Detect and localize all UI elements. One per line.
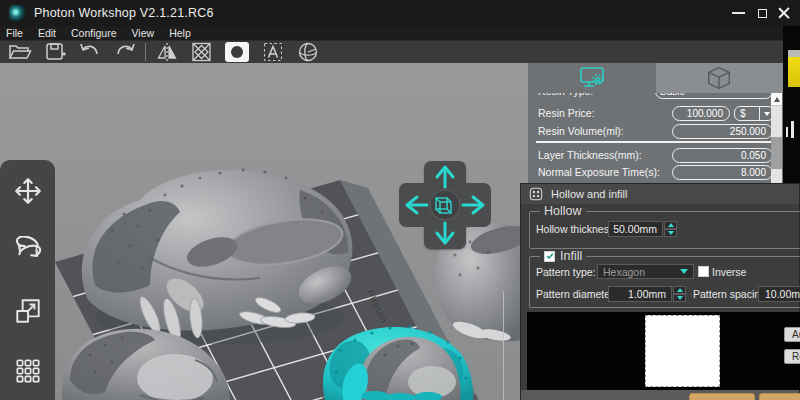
chevron-up-icon bbox=[677, 288, 683, 292]
backdrop-fragment bbox=[788, 50, 800, 57]
hollow-group-legend: Hollow bbox=[540, 204, 586, 218]
scroll-up-icon bbox=[774, 97, 780, 102]
backdrop-mark bbox=[791, 121, 794, 138]
infill-preview-cell bbox=[645, 315, 720, 387]
inverse-checkbox[interactable] bbox=[698, 266, 709, 277]
redo-button[interactable] bbox=[107, 41, 142, 63]
auto-button[interactable]: Auto bbox=[784, 327, 800, 342]
menu-help[interactable]: Help bbox=[169, 27, 191, 39]
dialog-title-bar[interactable]: Hollow and infill bbox=[521, 184, 799, 204]
title-bar: Photon Workshop V2.1.21.RC6 bbox=[0, 0, 800, 26]
dialog-title: Hollow and infill bbox=[551, 188, 627, 200]
scroll-up-button[interactable] bbox=[771, 93, 782, 106]
exposure-time-input[interactable]: 8.000 bbox=[672, 165, 773, 180]
scale-icon bbox=[13, 296, 43, 326]
exposure-time-label: Normal Exposure Time(s): bbox=[538, 166, 660, 178]
menu-edit[interactable]: Edit bbox=[38, 27, 56, 39]
transform-sidebar bbox=[0, 160, 55, 400]
dialog-cancel-button[interactable] bbox=[759, 393, 800, 400]
tab-print-settings[interactable] bbox=[528, 63, 656, 93]
hollow-group: Hollow Hollow thickness: 50.00mm bbox=[529, 211, 800, 249]
pattern-diameter-input[interactable]: 1.00mm bbox=[608, 286, 672, 302]
spinner-down-button[interactable] bbox=[673, 294, 686, 302]
save-button[interactable] bbox=[37, 41, 72, 63]
close-button[interactable] bbox=[772, 0, 796, 26]
app-logo-icon bbox=[9, 5, 25, 21]
hollow-thickness-spinner[interactable] bbox=[664, 221, 677, 237]
open-icon bbox=[8, 41, 32, 63]
dig-hole-icon bbox=[227, 43, 247, 61]
scale-tool-button[interactable] bbox=[11, 294, 45, 328]
settings-row-resin-volume: Resin Volume(ml): 250.000 bbox=[528, 123, 783, 140]
reset-button[interactable]: Res bbox=[784, 349, 800, 364]
dialog-footer bbox=[521, 390, 799, 400]
arrow-up-icon bbox=[437, 167, 453, 187]
main-toolbar bbox=[0, 40, 783, 63]
machine-icon bbox=[704, 65, 734, 91]
dialog-confirm-button[interactable] bbox=[689, 393, 755, 400]
nav-arrows bbox=[399, 161, 491, 249]
dig-hole-button-active[interactable] bbox=[225, 42, 249, 62]
settings-row-resin-price: Resin Price: 100.000 $ bbox=[528, 105, 783, 122]
arrow-down-icon bbox=[437, 223, 453, 243]
minimize-button[interactable] bbox=[726, 0, 750, 26]
hollow-pattern-icon bbox=[190, 41, 214, 63]
view-navigation-control[interactable] bbox=[399, 161, 491, 249]
pattern-diameter-label: Pattern diameter: bbox=[536, 288, 617, 300]
menu-view[interactable]: View bbox=[132, 27, 155, 39]
currency-dropdown[interactable]: $ bbox=[734, 106, 774, 121]
open-button[interactable] bbox=[2, 41, 37, 63]
pattern-diameter-spinner[interactable] bbox=[673, 286, 686, 302]
backdrop-mark bbox=[786, 127, 788, 137]
tab-machine[interactable] bbox=[656, 63, 784, 93]
menu-file[interactable]: File bbox=[6, 27, 23, 39]
spinner-up-button[interactable] bbox=[664, 221, 677, 229]
save-icon bbox=[43, 41, 67, 63]
scrollbar-thumb[interactable] bbox=[771, 137, 782, 169]
chevron-down-icon bbox=[680, 269, 688, 274]
spinner-down-button[interactable] bbox=[664, 229, 677, 237]
pattern-type-label: Pattern type: bbox=[536, 266, 596, 278]
pattern-spacing-input[interactable]: 10.00mm bbox=[758, 286, 800, 302]
dialog-dice-icon bbox=[529, 187, 543, 201]
maximize-button[interactable] bbox=[750, 0, 774, 26]
chevron-up-icon bbox=[668, 223, 674, 227]
rotate-tool-button[interactable] bbox=[11, 234, 45, 268]
panel-divider bbox=[536, 141, 773, 143]
text-tool-button[interactable] bbox=[255, 41, 290, 63]
backdrop-yellow-fragment bbox=[788, 57, 800, 87]
infill-group: Infill Pattern type: Hexagon Inverse Pat… bbox=[529, 256, 800, 308]
infill-group-legend: Infill bbox=[540, 249, 586, 263]
layer-thickness-input[interactable]: 0.050 bbox=[672, 148, 773, 163]
menu-configure[interactable]: Configure bbox=[71, 27, 117, 39]
redo-icon bbox=[113, 41, 137, 63]
resin-price-label: Resin Price: bbox=[538, 107, 595, 119]
array-icon bbox=[13, 356, 43, 386]
inverse-label: Inverse bbox=[712, 266, 746, 278]
slice-button[interactable] bbox=[290, 41, 325, 63]
spinner-up-button[interactable] bbox=[673, 286, 686, 294]
checkmark-icon bbox=[546, 252, 554, 260]
resin-volume-input[interactable]: 250.000 bbox=[672, 124, 773, 139]
hollow-thickness-input[interactable]: 50.00mm bbox=[608, 221, 663, 237]
menu-bar: File Edit Configure View Help bbox=[0, 26, 783, 40]
mirror-button[interactable] bbox=[149, 41, 184, 63]
resin-volume-label: Resin Volume(ml): bbox=[538, 125, 624, 137]
array-tool-button[interactable] bbox=[11, 354, 45, 388]
settings-panel: Resin Type: Basic Resin Price: 100.000 $ bbox=[528, 63, 783, 183]
layer-slider-track bbox=[503, 291, 504, 400]
move-tool-button[interactable] bbox=[11, 174, 45, 208]
resin-price-input[interactable]: 100.000 bbox=[672, 106, 730, 121]
desktop-backdrop bbox=[783, 26, 800, 183]
close-icon bbox=[777, 6, 791, 20]
chevron-down-icon bbox=[668, 231, 674, 235]
infill-checkbox[interactable] bbox=[544, 251, 555, 262]
chevron-down-icon bbox=[677, 296, 683, 300]
arrow-right-icon bbox=[463, 197, 483, 213]
undo-button[interactable] bbox=[72, 41, 107, 63]
move-icon bbox=[13, 176, 43, 206]
maximize-icon bbox=[758, 9, 767, 18]
pattern-type-dropdown[interactable]: Hexagon bbox=[597, 264, 694, 279]
hollow-pattern-button[interactable] bbox=[184, 41, 219, 63]
panel-scrollbar[interactable] bbox=[771, 93, 782, 183]
